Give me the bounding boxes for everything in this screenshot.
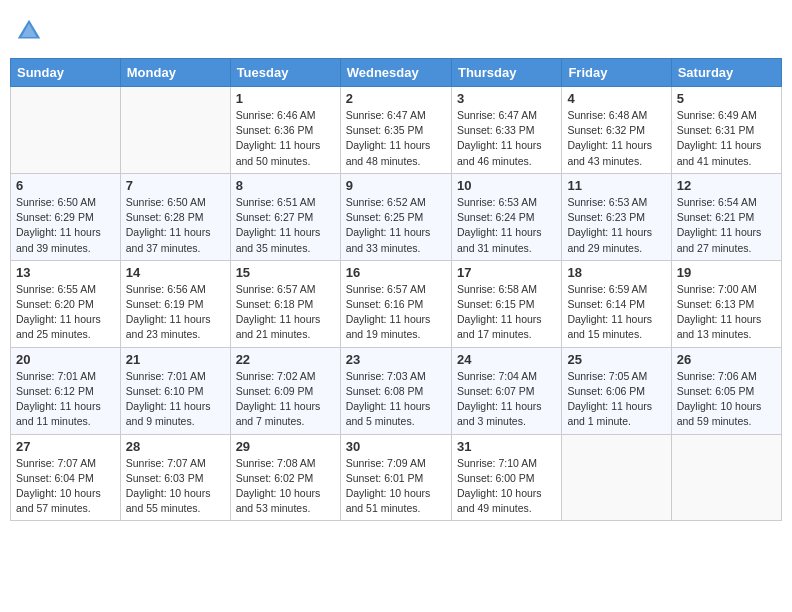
calendar-cell: 31Sunrise: 7:10 AM Sunset: 6:00 PM Dayli…	[451, 434, 561, 521]
day-number: 26	[677, 352, 776, 367]
day-info: Sunrise: 6:47 AM Sunset: 6:33 PM Dayligh…	[457, 108, 556, 169]
day-number: 11	[567, 178, 665, 193]
day-info: Sunrise: 6:50 AM Sunset: 6:29 PM Dayligh…	[16, 195, 115, 256]
day-info: Sunrise: 7:03 AM Sunset: 6:08 PM Dayligh…	[346, 369, 446, 430]
day-info: Sunrise: 7:07 AM Sunset: 6:04 PM Dayligh…	[16, 456, 115, 517]
day-number: 30	[346, 439, 446, 454]
calendar-table: SundayMondayTuesdayWednesdayThursdayFrid…	[10, 58, 782, 521]
calendar-cell: 23Sunrise: 7:03 AM Sunset: 6:08 PM Dayli…	[340, 347, 451, 434]
day-number: 13	[16, 265, 115, 280]
day-header-sunday: Sunday	[11, 59, 121, 87]
day-header-friday: Friday	[562, 59, 671, 87]
day-info: Sunrise: 6:57 AM Sunset: 6:18 PM Dayligh…	[236, 282, 335, 343]
calendar-week-row: 6Sunrise: 6:50 AM Sunset: 6:29 PM Daylig…	[11, 173, 782, 260]
calendar-cell: 29Sunrise: 7:08 AM Sunset: 6:02 PM Dayli…	[230, 434, 340, 521]
day-info: Sunrise: 6:50 AM Sunset: 6:28 PM Dayligh…	[126, 195, 225, 256]
day-number: 14	[126, 265, 225, 280]
calendar-cell: 7Sunrise: 6:50 AM Sunset: 6:28 PM Daylig…	[120, 173, 230, 260]
day-info: Sunrise: 6:49 AM Sunset: 6:31 PM Dayligh…	[677, 108, 776, 169]
day-info: Sunrise: 6:53 AM Sunset: 6:24 PM Dayligh…	[457, 195, 556, 256]
calendar-week-row: 20Sunrise: 7:01 AM Sunset: 6:12 PM Dayli…	[11, 347, 782, 434]
calendar-cell: 4Sunrise: 6:48 AM Sunset: 6:32 PM Daylig…	[562, 87, 671, 174]
day-number: 19	[677, 265, 776, 280]
day-info: Sunrise: 6:58 AM Sunset: 6:15 PM Dayligh…	[457, 282, 556, 343]
calendar-week-row: 27Sunrise: 7:07 AM Sunset: 6:04 PM Dayli…	[11, 434, 782, 521]
day-info: Sunrise: 6:53 AM Sunset: 6:23 PM Dayligh…	[567, 195, 665, 256]
day-header-monday: Monday	[120, 59, 230, 87]
calendar-cell: 2Sunrise: 6:47 AM Sunset: 6:35 PM Daylig…	[340, 87, 451, 174]
day-number: 9	[346, 178, 446, 193]
calendar-cell: 12Sunrise: 6:54 AM Sunset: 6:21 PM Dayli…	[671, 173, 781, 260]
day-header-wednesday: Wednesday	[340, 59, 451, 87]
calendar-cell	[562, 434, 671, 521]
day-info: Sunrise: 7:10 AM Sunset: 6:00 PM Dayligh…	[457, 456, 556, 517]
calendar-cell: 11Sunrise: 6:53 AM Sunset: 6:23 PM Dayli…	[562, 173, 671, 260]
day-info: Sunrise: 7:05 AM Sunset: 6:06 PM Dayligh…	[567, 369, 665, 430]
day-info: Sunrise: 6:55 AM Sunset: 6:20 PM Dayligh…	[16, 282, 115, 343]
day-info: Sunrise: 6:56 AM Sunset: 6:19 PM Dayligh…	[126, 282, 225, 343]
day-info: Sunrise: 6:52 AM Sunset: 6:25 PM Dayligh…	[346, 195, 446, 256]
day-number: 6	[16, 178, 115, 193]
day-info: Sunrise: 7:01 AM Sunset: 6:12 PM Dayligh…	[16, 369, 115, 430]
day-number: 7	[126, 178, 225, 193]
calendar-cell: 25Sunrise: 7:05 AM Sunset: 6:06 PM Dayli…	[562, 347, 671, 434]
calendar-cell: 19Sunrise: 7:00 AM Sunset: 6:13 PM Dayli…	[671, 260, 781, 347]
day-number: 16	[346, 265, 446, 280]
page-header	[10, 10, 782, 52]
calendar-cell: 26Sunrise: 7:06 AM Sunset: 6:05 PM Dayli…	[671, 347, 781, 434]
calendar-cell: 18Sunrise: 6:59 AM Sunset: 6:14 PM Dayli…	[562, 260, 671, 347]
calendar-cell: 17Sunrise: 6:58 AM Sunset: 6:15 PM Dayli…	[451, 260, 561, 347]
day-number: 24	[457, 352, 556, 367]
day-info: Sunrise: 6:57 AM Sunset: 6:16 PM Dayligh…	[346, 282, 446, 343]
day-number: 4	[567, 91, 665, 106]
day-header-thursday: Thursday	[451, 59, 561, 87]
day-number: 18	[567, 265, 665, 280]
calendar-cell: 22Sunrise: 7:02 AM Sunset: 6:09 PM Dayli…	[230, 347, 340, 434]
calendar-cell: 15Sunrise: 6:57 AM Sunset: 6:18 PM Dayli…	[230, 260, 340, 347]
day-info: Sunrise: 6:59 AM Sunset: 6:14 PM Dayligh…	[567, 282, 665, 343]
day-number: 15	[236, 265, 335, 280]
day-header-tuesday: Tuesday	[230, 59, 340, 87]
day-info: Sunrise: 7:04 AM Sunset: 6:07 PM Dayligh…	[457, 369, 556, 430]
calendar-cell: 28Sunrise: 7:07 AM Sunset: 6:03 PM Dayli…	[120, 434, 230, 521]
day-number: 28	[126, 439, 225, 454]
day-header-saturday: Saturday	[671, 59, 781, 87]
day-info: Sunrise: 6:51 AM Sunset: 6:27 PM Dayligh…	[236, 195, 335, 256]
day-number: 27	[16, 439, 115, 454]
day-number: 3	[457, 91, 556, 106]
day-number: 22	[236, 352, 335, 367]
day-number: 12	[677, 178, 776, 193]
calendar-cell	[11, 87, 121, 174]
calendar-cell: 6Sunrise: 6:50 AM Sunset: 6:29 PM Daylig…	[11, 173, 121, 260]
calendar-cell: 24Sunrise: 7:04 AM Sunset: 6:07 PM Dayli…	[451, 347, 561, 434]
calendar-cell	[671, 434, 781, 521]
calendar-cell: 20Sunrise: 7:01 AM Sunset: 6:12 PM Dayli…	[11, 347, 121, 434]
day-info: Sunrise: 7:06 AM Sunset: 6:05 PM Dayligh…	[677, 369, 776, 430]
calendar-cell: 8Sunrise: 6:51 AM Sunset: 6:27 PM Daylig…	[230, 173, 340, 260]
calendar-cell: 21Sunrise: 7:01 AM Sunset: 6:10 PM Dayli…	[120, 347, 230, 434]
logo	[14, 16, 48, 46]
calendar-cell: 16Sunrise: 6:57 AM Sunset: 6:16 PM Dayli…	[340, 260, 451, 347]
day-number: 31	[457, 439, 556, 454]
calendar-cell: 9Sunrise: 6:52 AM Sunset: 6:25 PM Daylig…	[340, 173, 451, 260]
calendar-cell	[120, 87, 230, 174]
day-info: Sunrise: 7:02 AM Sunset: 6:09 PM Dayligh…	[236, 369, 335, 430]
day-number: 5	[677, 91, 776, 106]
calendar-week-row: 1Sunrise: 6:46 AM Sunset: 6:36 PM Daylig…	[11, 87, 782, 174]
day-number: 21	[126, 352, 225, 367]
calendar-header-row: SundayMondayTuesdayWednesdayThursdayFrid…	[11, 59, 782, 87]
day-number: 20	[16, 352, 115, 367]
calendar-cell: 27Sunrise: 7:07 AM Sunset: 6:04 PM Dayli…	[11, 434, 121, 521]
day-info: Sunrise: 6:54 AM Sunset: 6:21 PM Dayligh…	[677, 195, 776, 256]
day-number: 1	[236, 91, 335, 106]
day-info: Sunrise: 7:01 AM Sunset: 6:10 PM Dayligh…	[126, 369, 225, 430]
calendar-cell: 5Sunrise: 6:49 AM Sunset: 6:31 PM Daylig…	[671, 87, 781, 174]
day-number: 10	[457, 178, 556, 193]
day-info: Sunrise: 6:46 AM Sunset: 6:36 PM Dayligh…	[236, 108, 335, 169]
day-number: 29	[236, 439, 335, 454]
day-info: Sunrise: 7:07 AM Sunset: 6:03 PM Dayligh…	[126, 456, 225, 517]
day-info: Sunrise: 6:48 AM Sunset: 6:32 PM Dayligh…	[567, 108, 665, 169]
day-number: 2	[346, 91, 446, 106]
day-info: Sunrise: 7:08 AM Sunset: 6:02 PM Dayligh…	[236, 456, 335, 517]
calendar-cell: 1Sunrise: 6:46 AM Sunset: 6:36 PM Daylig…	[230, 87, 340, 174]
